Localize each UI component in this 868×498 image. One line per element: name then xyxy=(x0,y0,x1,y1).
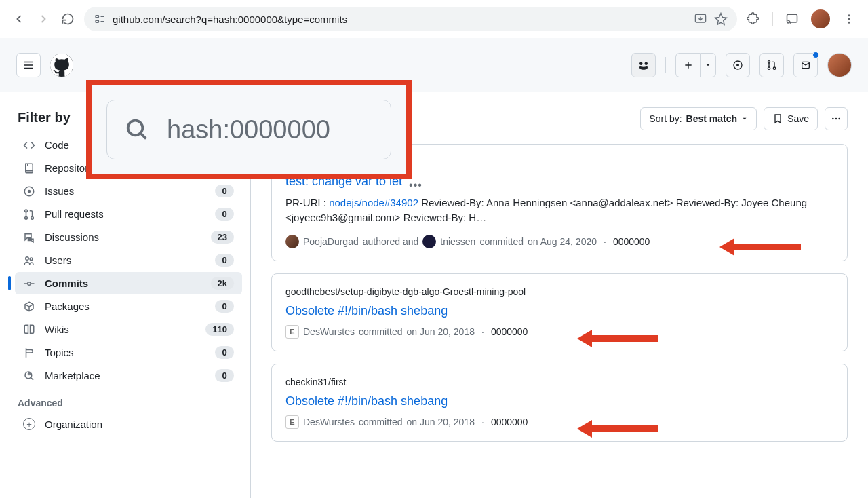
svg-point-21 xyxy=(25,372,32,379)
github-header: hash:0000000 xyxy=(0,38,868,92)
svg-rect-0 xyxy=(96,16,99,18)
more-options-button[interactable] xyxy=(825,107,848,130)
svg-point-12 xyxy=(128,121,143,136)
filter-count: 0 xyxy=(215,185,234,197)
author-avatar[interactable]: E xyxy=(285,415,299,429)
repo-icon xyxy=(23,162,35,174)
author-avatar[interactable] xyxy=(285,235,299,248)
chrome-divider xyxy=(772,12,773,26)
commit-hash[interactable]: 0000000 xyxy=(491,326,528,337)
commit-hash[interactable]: 0000000 xyxy=(491,417,528,427)
commit-date: on Jun 20, 2018 xyxy=(407,417,475,427)
filter-count: 23 xyxy=(211,231,234,244)
url-bar[interactable]: github.com/search?q=hash:0000000&type=co… xyxy=(84,7,737,31)
filter-issues[interactable]: Issues 0 xyxy=(15,180,242,202)
author-name[interactable]: DesWurstes xyxy=(303,417,355,427)
issues-button[interactable] xyxy=(726,53,750,77)
svg-point-6 xyxy=(848,22,850,24)
filter-packages[interactable]: Packages 0 xyxy=(15,295,242,318)
commit-hash[interactable]: 0000000 xyxy=(613,236,650,247)
sort-value: Best match xyxy=(686,113,737,124)
filter-label: Topics xyxy=(45,347,205,358)
repo-path[interactable]: goodthebest/setup-digibyte-dgb-algo-Groe… xyxy=(285,286,833,297)
svg-point-14 xyxy=(28,190,31,192)
svg-point-9 xyxy=(768,60,770,62)
chrome-menu-icon[interactable] xyxy=(841,11,857,27)
svg-rect-3 xyxy=(787,14,797,22)
bookmark-icon xyxy=(772,113,783,124)
install-app-icon[interactable] xyxy=(694,12,707,26)
save-button[interactable]: Save xyxy=(764,107,818,130)
author-name[interactable]: PoojaDurgad xyxy=(303,236,359,247)
author-avatar[interactable]: E xyxy=(285,325,299,339)
search-query-text: hash:0000000 xyxy=(167,115,330,145)
filter-label: Wikis xyxy=(45,324,196,335)
commit-meta: E DesWurstes committed on Jun 20, 2018 ·… xyxy=(285,325,833,339)
svg-point-10 xyxy=(768,67,770,69)
copilot-button[interactable] xyxy=(631,53,656,77)
filter-label: Discussions xyxy=(45,231,201,243)
svg-point-15 xyxy=(25,209,28,212)
search-highlight-overlay: hash:0000000 xyxy=(86,80,412,179)
search-input[interactable]: hash:0000000 xyxy=(106,100,391,159)
back-button[interactable] xyxy=(11,11,27,27)
filter-pull-requests[interactable]: Pull requests 0 xyxy=(15,203,242,225)
svg-point-23 xyxy=(835,118,837,120)
users-icon xyxy=(23,254,35,267)
hamburger-menu[interactable] xyxy=(16,53,41,77)
filter-marketplace[interactable]: Marketplace 0 xyxy=(15,364,242,387)
filter-count: 0 xyxy=(215,254,234,267)
reload-button[interactable] xyxy=(60,11,76,27)
pull-requests-button[interactable] xyxy=(760,53,784,77)
svg-point-16 xyxy=(25,216,28,219)
extensions-icon[interactable] xyxy=(745,11,762,27)
commit-title[interactable]: Obsolete #!/bin/bash shebang xyxy=(285,394,833,408)
pr-icon xyxy=(23,208,35,221)
filter-wikis[interactable]: Wikis 110 xyxy=(15,318,242,341)
chevron-down-icon xyxy=(741,115,748,122)
filter-count: 2k xyxy=(211,277,234,290)
author-name[interactable]: DesWurstes xyxy=(303,326,355,337)
issue-icon xyxy=(23,185,35,197)
bookmark-star-icon[interactable] xyxy=(714,12,728,26)
plus-circle-icon: + xyxy=(23,418,35,430)
url-text: github.com/search?q=hash:0000000&type=co… xyxy=(113,14,687,25)
filter-discussions[interactable]: Discussions 23 xyxy=(15,226,242,248)
repo-path[interactable]: checkin31/first xyxy=(285,377,833,387)
commit-date: on Jun 20, 2018 xyxy=(407,326,475,337)
svg-point-20 xyxy=(28,282,31,285)
github-logo-icon[interactable] xyxy=(50,54,73,77)
svg-point-19 xyxy=(30,257,33,260)
filter-commits[interactable]: Commits 2k xyxy=(15,272,242,294)
create-new-button[interactable] xyxy=(675,53,700,77)
committer-avatar[interactable] xyxy=(422,235,436,248)
filter-count: 0 xyxy=(215,300,234,313)
search-icon xyxy=(123,116,151,143)
expand-ellipsis[interactable]: ••• xyxy=(409,179,422,191)
discussion-icon xyxy=(23,231,35,244)
create-new-dropdown[interactable] xyxy=(700,53,716,77)
filter-topics[interactable]: Topics 0 xyxy=(15,341,242,364)
save-label: Save xyxy=(787,113,809,124)
filter-count: 0 xyxy=(215,346,234,359)
commit-title[interactable]: Obsolete #!/bin/bash shebang xyxy=(285,304,833,318)
cast-icon[interactable] xyxy=(784,11,800,27)
commit-meta: E DesWurstes committed on Jun 20, 2018 ·… xyxy=(285,415,833,429)
profile-avatar[interactable] xyxy=(811,9,830,28)
sort-button[interactable]: Sort by: Best match xyxy=(640,107,757,130)
advanced-organization[interactable]: + Organization xyxy=(15,414,242,434)
notifications-button[interactable] xyxy=(793,53,818,77)
commit-date: on Aug 24, 2020 xyxy=(528,236,597,247)
committer-name[interactable]: tniessen xyxy=(440,236,475,247)
commit-icon xyxy=(23,277,35,290)
user-avatar[interactable] xyxy=(827,53,852,77)
filter-label: Packages xyxy=(45,301,205,312)
result-card: checkin31/first Obsolete #!/bin/bash she… xyxy=(271,364,848,442)
forward-button[interactable] xyxy=(35,11,52,27)
advanced-label: Organization xyxy=(45,419,102,430)
svg-point-5 xyxy=(848,18,850,20)
filter-users[interactable]: Users 0 xyxy=(15,249,242,271)
pr-link[interactable]: nodejs/node#34902 xyxy=(329,197,418,208)
svg-point-11 xyxy=(773,67,775,69)
site-info-icon[interactable] xyxy=(94,13,106,25)
